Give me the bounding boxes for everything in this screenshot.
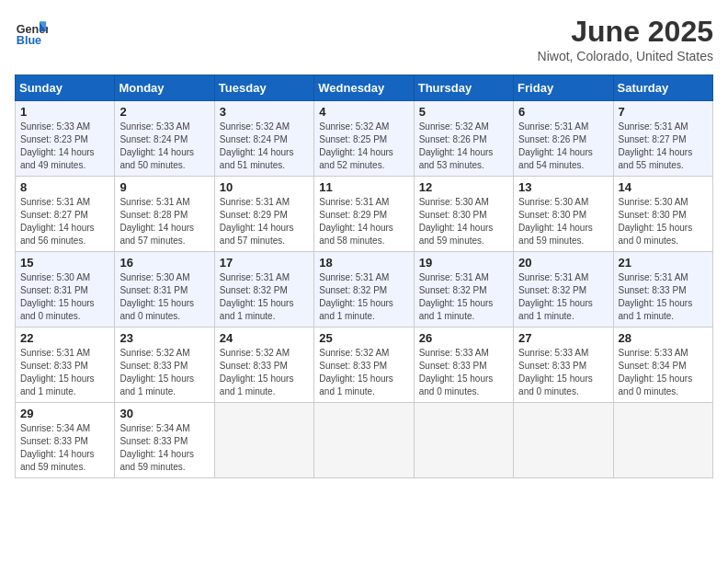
title-area: June 2025 Niwot, Colorado, United States <box>538 15 713 63</box>
day-number: 1 <box>20 105 109 119</box>
day-number: 5 <box>419 105 508 119</box>
day-number: 2 <box>119 105 209 119</box>
calendar-week-row: 8Sunrise: 5:31 AMSunset: 8:27 PMDaylight… <box>16 177 713 252</box>
day-number: 14 <box>619 180 708 194</box>
weekday-header-thursday: Thursday <box>414 75 513 101</box>
day-number: 3 <box>220 105 309 119</box>
calendar-cell: 19Sunrise: 5:31 AMSunset: 8:32 PMDayligh… <box>414 252 513 327</box>
calendar-cell: 3Sunrise: 5:32 AMSunset: 8:24 PMDaylight… <box>214 101 313 177</box>
day-info: Sunrise: 5:31 AMSunset: 8:27 PMDaylight:… <box>619 121 708 172</box>
calendar-table: SundayMondayTuesdayWednesdayThursdayFrid… <box>15 75 713 478</box>
calendar-cell: 4Sunrise: 5:32 AMSunset: 8:25 PMDaylight… <box>314 101 414 177</box>
day-number: 15 <box>20 256 109 270</box>
day-info: Sunrise: 5:31 AMSunset: 8:32 PMDaylight:… <box>319 271 408 323</box>
day-info: Sunrise: 5:30 AMSunset: 8:30 PMDaylight:… <box>419 196 508 247</box>
calendar-cell: 25Sunrise: 5:32 AMSunset: 8:33 PMDayligh… <box>314 327 414 403</box>
day-number: 11 <box>319 180 408 194</box>
day-info: Sunrise: 5:31 AMSunset: 8:32 PMDaylight:… <box>518 271 608 323</box>
calendar-cell: 15Sunrise: 5:30 AMSunset: 8:31 PMDayligh… <box>16 252 115 327</box>
calendar-cell: 9Sunrise: 5:31 AMSunset: 8:28 PMDaylight… <box>115 177 214 252</box>
day-number: 29 <box>20 407 109 420</box>
calendar-week-row: 22Sunrise: 5:31 AMSunset: 8:33 PMDayligh… <box>16 327 713 403</box>
weekday-header-row: SundayMondayTuesdayWednesdayThursdayFrid… <box>16 75 713 101</box>
calendar-cell <box>514 403 613 478</box>
day-number: 18 <box>319 256 408 270</box>
calendar-cell: 1Sunrise: 5:33 AMSunset: 8:23 PMDaylight… <box>16 101 115 177</box>
day-info: Sunrise: 5:32 AMSunset: 8:33 PMDaylight:… <box>220 347 309 398</box>
day-number: 22 <box>20 331 109 345</box>
day-number: 13 <box>518 180 608 194</box>
day-info: Sunrise: 5:31 AMSunset: 8:28 PMDaylight:… <box>119 196 209 247</box>
calendar-cell: 6Sunrise: 5:31 AMSunset: 8:26 PMDaylight… <box>514 101 613 177</box>
logo: General Blue <box>15 15 48 48</box>
day-info: Sunrise: 5:31 AMSunset: 8:29 PMDaylight:… <box>220 196 309 247</box>
day-info: Sunrise: 5:30 AMSunset: 8:30 PMDaylight:… <box>619 196 708 247</box>
calendar-week-row: 1Sunrise: 5:33 AMSunset: 8:23 PMDaylight… <box>16 101 713 177</box>
calendar-cell: 8Sunrise: 5:31 AMSunset: 8:27 PMDaylight… <box>16 177 115 252</box>
calendar-cell: 17Sunrise: 5:31 AMSunset: 8:32 PMDayligh… <box>214 252 313 327</box>
weekday-header-wednesday: Wednesday <box>314 75 414 101</box>
weekday-header-friday: Friday <box>514 75 613 101</box>
day-info: Sunrise: 5:33 AMSunset: 8:24 PMDaylight:… <box>119 121 209 172</box>
day-info: Sunrise: 5:31 AMSunset: 8:32 PMDaylight:… <box>220 271 309 323</box>
calendar-cell: 18Sunrise: 5:31 AMSunset: 8:32 PMDayligh… <box>314 252 414 327</box>
location-title: Niwot, Colorado, United States <box>538 49 713 63</box>
calendar-cell: 20Sunrise: 5:31 AMSunset: 8:32 PMDayligh… <box>514 252 613 327</box>
day-info: Sunrise: 5:31 AMSunset: 8:27 PMDaylight:… <box>20 196 109 247</box>
day-info: Sunrise: 5:34 AMSunset: 8:33 PMDaylight:… <box>20 422 109 474</box>
calendar-cell: 21Sunrise: 5:31 AMSunset: 8:33 PMDayligh… <box>613 252 712 327</box>
calendar-cell: 26Sunrise: 5:33 AMSunset: 8:33 PMDayligh… <box>414 327 513 403</box>
day-number: 8 <box>20 180 109 194</box>
day-number: 7 <box>619 105 708 119</box>
day-number: 20 <box>518 256 608 270</box>
logo-icon: General Blue <box>15 15 48 48</box>
month-title: June 2025 <box>538 15 713 49</box>
day-info: Sunrise: 5:31 AMSunset: 8:32 PMDaylight:… <box>419 271 508 323</box>
day-info: Sunrise: 5:31 AMSunset: 8:33 PMDaylight:… <box>619 271 708 323</box>
calendar-cell <box>414 403 513 478</box>
day-number: 4 <box>319 105 408 119</box>
day-info: Sunrise: 5:33 AMSunset: 8:23 PMDaylight:… <box>20 121 109 172</box>
weekday-header-sunday: Sunday <box>16 75 115 101</box>
svg-text:Blue: Blue <box>17 34 41 47</box>
calendar-cell: 7Sunrise: 5:31 AMSunset: 8:27 PMDaylight… <box>613 101 712 177</box>
calendar-cell: 22Sunrise: 5:31 AMSunset: 8:33 PMDayligh… <box>16 327 115 403</box>
day-info: Sunrise: 5:32 AMSunset: 8:33 PMDaylight:… <box>119 347 209 398</box>
day-info: Sunrise: 5:33 AMSunset: 8:34 PMDaylight:… <box>619 347 708 398</box>
day-number: 17 <box>220 256 309 270</box>
calendar-cell <box>314 403 414 478</box>
calendar-cell: 14Sunrise: 5:30 AMSunset: 8:30 PMDayligh… <box>613 177 712 252</box>
day-number: 10 <box>220 180 309 194</box>
day-info: Sunrise: 5:32 AMSunset: 8:26 PMDaylight:… <box>419 121 508 172</box>
calendar-cell: 23Sunrise: 5:32 AMSunset: 8:33 PMDayligh… <box>115 327 214 403</box>
calendar-cell: 30Sunrise: 5:34 AMSunset: 8:33 PMDayligh… <box>115 403 214 478</box>
day-info: Sunrise: 5:31 AMSunset: 8:29 PMDaylight:… <box>319 196 408 247</box>
calendar-cell: 10Sunrise: 5:31 AMSunset: 8:29 PMDayligh… <box>214 177 313 252</box>
day-number: 19 <box>419 256 508 270</box>
day-info: Sunrise: 5:32 AMSunset: 8:24 PMDaylight:… <box>220 121 309 172</box>
day-info: Sunrise: 5:33 AMSunset: 8:33 PMDaylight:… <box>419 347 508 398</box>
day-info: Sunrise: 5:31 AMSunset: 8:26 PMDaylight:… <box>518 121 608 172</box>
calendar-cell: 11Sunrise: 5:31 AMSunset: 8:29 PMDayligh… <box>314 177 414 252</box>
day-number: 23 <box>119 331 209 345</box>
day-info: Sunrise: 5:32 AMSunset: 8:33 PMDaylight:… <box>319 347 408 398</box>
day-number: 30 <box>119 407 209 420</box>
calendar-cell <box>214 403 313 478</box>
day-number: 25 <box>319 331 408 345</box>
calendar-cell: 28Sunrise: 5:33 AMSunset: 8:34 PMDayligh… <box>613 327 712 403</box>
weekday-header-monday: Monday <box>115 75 214 101</box>
day-info: Sunrise: 5:30 AMSunset: 8:30 PMDaylight:… <box>518 196 608 247</box>
day-info: Sunrise: 5:30 AMSunset: 8:31 PMDaylight:… <box>20 271 109 323</box>
weekday-header-tuesday: Tuesday <box>214 75 313 101</box>
day-info: Sunrise: 5:33 AMSunset: 8:33 PMDaylight:… <box>518 347 608 398</box>
day-info: Sunrise: 5:34 AMSunset: 8:33 PMDaylight:… <box>119 422 209 474</box>
day-number: 28 <box>619 331 708 345</box>
calendar-week-row: 15Sunrise: 5:30 AMSunset: 8:31 PMDayligh… <box>16 252 713 327</box>
day-number: 27 <box>518 331 608 345</box>
day-info: Sunrise: 5:30 AMSunset: 8:31 PMDaylight:… <box>119 271 209 323</box>
calendar-cell: 29Sunrise: 5:34 AMSunset: 8:33 PMDayligh… <box>16 403 115 478</box>
weekday-header-saturday: Saturday <box>613 75 712 101</box>
day-number: 12 <box>419 180 508 194</box>
calendar-cell: 2Sunrise: 5:33 AMSunset: 8:24 PMDaylight… <box>115 101 214 177</box>
calendar-cell: 13Sunrise: 5:30 AMSunset: 8:30 PMDayligh… <box>514 177 613 252</box>
